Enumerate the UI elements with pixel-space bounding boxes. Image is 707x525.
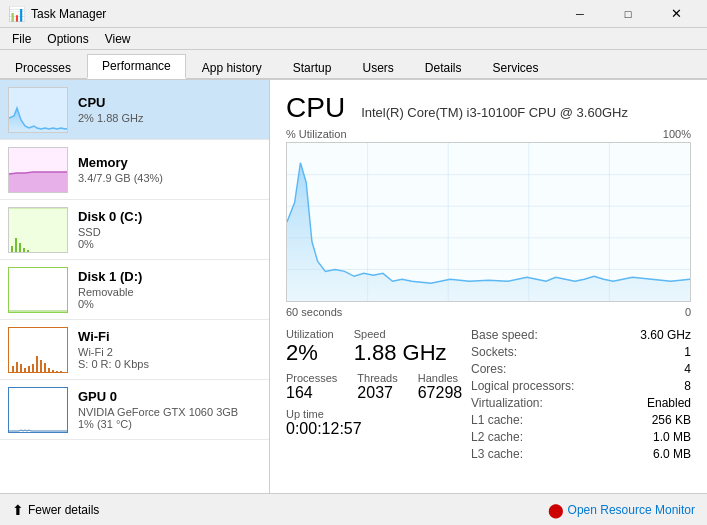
svg-rect-23	[44, 363, 46, 372]
sidebar-item-memory[interactable]: Memory 3.4/7.9 GB (43%)	[0, 140, 269, 200]
disk0-sub2: 0%	[78, 238, 261, 250]
svg-rect-16	[16, 362, 18, 372]
speed-value: 1.88 GHz	[354, 340, 447, 366]
sidebar-item-cpu[interactable]: CPU 2% 1.88 GHz	[0, 80, 269, 140]
base-speed-val: 3.60 GHz	[640, 328, 691, 342]
wifi-sidebar-info: Wi-Fi Wi-Fi 2 S: 0 R: 0 Kbps	[78, 329, 261, 370]
mem-mini-graph	[8, 147, 68, 193]
svg-rect-18	[24, 368, 26, 372]
tab-processes[interactable]: Processes	[0, 56, 86, 79]
disk0-name: Disk 0 (C:)	[78, 209, 261, 224]
uptime-value: 0:00:12:57	[286, 420, 471, 438]
tab-bar: Processes Performance App history Startu…	[0, 50, 707, 80]
gpu0-name: GPU 0	[78, 389, 261, 404]
sidebar-item-disk0[interactable]: Disk 0 (C:) SSD 0%	[0, 200, 269, 260]
gpu0-sub1: NVIDIA GeForce GTX 1060 3GB	[78, 406, 261, 418]
gpu0-mini-graph	[8, 387, 68, 433]
l2-val: 1.0 MB	[653, 430, 691, 444]
svg-rect-20	[32, 364, 34, 372]
main-title: CPU	[286, 92, 345, 124]
svg-rect-6	[31, 252, 33, 253]
svg-rect-5	[27, 250, 29, 253]
main-header: CPU Intel(R) Core(TM) i3-10100F CPU @ 3.…	[286, 92, 691, 124]
menu-file[interactable]: File	[4, 30, 39, 48]
base-speed-key: Base speed:	[471, 328, 538, 342]
l1-key: L1 cache:	[471, 413, 523, 427]
stats-section: Utilization 2% Speed 1.88 GHz Processes …	[286, 328, 691, 464]
info-base-speed: Base speed: 3.60 GHz	[471, 328, 691, 342]
menu-bar: File Options View	[0, 28, 707, 50]
sidebar-item-gpu0[interactable]: GPU 0 NVIDIA GeForce GTX 1060 3GB 1% (31…	[0, 380, 269, 440]
chevron-up-icon: ⬆	[12, 502, 24, 518]
app-icon: 📊	[8, 6, 25, 22]
tab-performance[interactable]: Performance	[87, 54, 186, 79]
disk1-mini-graph	[8, 267, 68, 313]
sockets-key: Sockets:	[471, 345, 517, 359]
threads-label: Threads	[357, 372, 397, 384]
svg-rect-15	[12, 366, 14, 372]
sidebar-item-disk1[interactable]: Disk 1 (D:) Removable 0%	[0, 260, 269, 320]
chart-x-right: 0	[685, 306, 691, 318]
tab-services[interactable]: Services	[478, 56, 554, 79]
svg-rect-24	[48, 368, 50, 372]
menu-view[interactable]: View	[97, 30, 139, 48]
tab-app-history[interactable]: App history	[187, 56, 277, 79]
handles-box: Handles 67298	[418, 372, 463, 402]
disk1-sidebar-info: Disk 1 (D:) Removable 0%	[78, 269, 261, 310]
stats-left: Utilization 2% Speed 1.88 GHz Processes …	[286, 328, 471, 464]
fewer-details-btn[interactable]: ⬆ Fewer details	[12, 502, 99, 518]
sidebar: CPU 2% 1.88 GHz Memory 3.4/7.9 GB (43%)	[0, 80, 270, 493]
mem-name: Memory	[78, 155, 261, 170]
svg-rect-3	[19, 243, 21, 253]
title-bar-left: 📊 Task Manager	[8, 6, 106, 22]
logical-val: 8	[684, 379, 691, 393]
cpu-mini-svg	[9, 88, 68, 133]
maximize-button[interactable]: □	[605, 4, 651, 24]
gpu0-sidebar-info: GPU 0 NVIDIA GeForce GTX 1060 3GB 1% (31…	[78, 389, 261, 430]
app-title: Task Manager	[31, 7, 106, 21]
bottom-bar: ⬆ Fewer details ⬤ Open Resource Monitor	[0, 493, 707, 525]
cpu-chart-svg	[287, 143, 690, 301]
info-virt: Virtualization: Enabled	[471, 396, 691, 410]
disk0-sidebar-info: Disk 0 (C:) SSD 0%	[78, 209, 261, 250]
sidebar-item-wifi[interactable]: Wi-Fi Wi-Fi 2 S: 0 R: 0 Kbps	[0, 320, 269, 380]
disk1-sub1: Removable	[78, 286, 261, 298]
tab-users[interactable]: Users	[347, 56, 408, 79]
wifi-mini-svg	[9, 328, 67, 372]
info-l1: L1 cache: 256 KB	[471, 413, 691, 427]
tab-details[interactable]: Details	[410, 56, 477, 79]
utilization-box: Utilization 2%	[286, 328, 334, 366]
close-button[interactable]: ✕	[653, 4, 699, 24]
minimize-button[interactable]: ─	[557, 4, 603, 24]
processes-label: Processes	[286, 372, 337, 384]
wifi-mini-graph	[8, 327, 68, 373]
content-area: CPU 2% 1.88 GHz Memory 3.4/7.9 GB (43%)	[0, 80, 707, 493]
main-subtitle: Intel(R) Core(TM) i3-10100F CPU @ 3.60GH…	[361, 105, 628, 120]
chart-label-row: % Utilization 100%	[286, 128, 691, 140]
svg-rect-27	[60, 371, 62, 372]
processes-box: Processes 164	[286, 372, 337, 402]
tab-startup[interactable]: Startup	[278, 56, 347, 79]
handles-label: Handles	[418, 372, 463, 384]
handles-value: 67298	[418, 384, 463, 402]
monitor-icon: ⬤	[548, 502, 564, 518]
speed-label: Speed	[354, 328, 447, 340]
open-monitor-btn[interactable]: ⬤ Open Resource Monitor	[548, 502, 695, 518]
sockets-val: 1	[684, 345, 691, 359]
cores-key: Cores:	[471, 362, 506, 376]
l2-key: L2 cache:	[471, 430, 523, 444]
fewer-details-label: Fewer details	[28, 503, 99, 517]
uptime-label: Up time	[286, 408, 471, 420]
info-logical: Logical processors: 8	[471, 379, 691, 393]
main-panel: CPU Intel(R) Core(TM) i3-10100F CPU @ 3.…	[270, 80, 707, 493]
disk1-mini-svg	[9, 268, 67, 312]
info-cores: Cores: 4	[471, 362, 691, 376]
uptime-section: Up time 0:00:12:57	[286, 408, 471, 438]
menu-options[interactable]: Options	[39, 30, 96, 48]
processes-value: 164	[286, 384, 337, 402]
disk0-mini-svg	[9, 208, 68, 253]
title-bar: 📊 Task Manager ─ □ ✕	[0, 0, 707, 28]
title-bar-controls: ─ □ ✕	[557, 4, 699, 24]
info-sockets: Sockets: 1	[471, 345, 691, 359]
disk0-mini-graph	[8, 207, 68, 253]
